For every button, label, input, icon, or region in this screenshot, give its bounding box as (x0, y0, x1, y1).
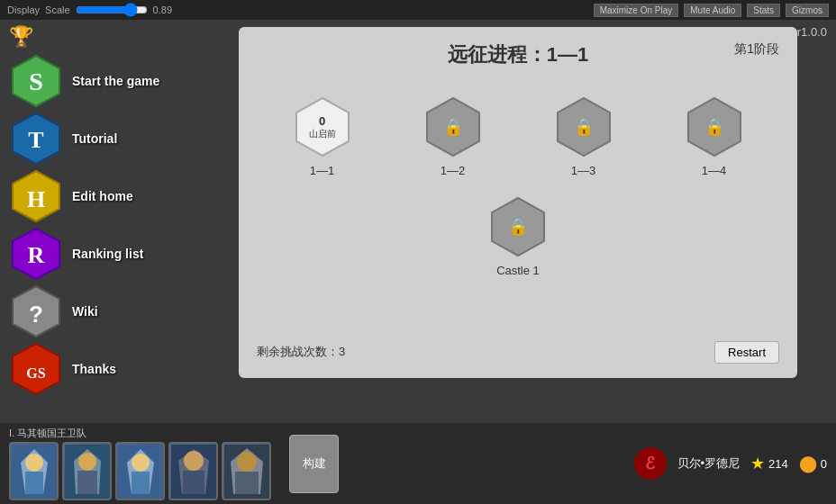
lock-icon-1-3: 🔒 (574, 117, 594, 137)
stats-btn[interactable]: Stats (747, 4, 780, 17)
thanks-hex-icon: GS (9, 342, 63, 396)
svg-text:?: ? (29, 301, 43, 328)
castle-label: Castle 1 (496, 264, 540, 277)
gizmos-btn[interactable]: Gizmos (786, 4, 829, 17)
scale-slider[interactable] (76, 1, 148, 19)
tutorial-label: Tutorial (72, 131, 117, 146)
restart-button[interactable]: Restart (714, 341, 779, 364)
levels-row: 0 山启前 1—1 🔒 1—2 (257, 95, 779, 177)
display-label: Display (7, 4, 40, 15)
coin-icon: ⬤ (799, 454, 817, 473)
svg-text:GS: GS (26, 365, 45, 381)
player-logo-icon: ℰ (634, 447, 667, 480)
stars-count: 214 (768, 457, 788, 471)
ranking-hex-icon: R (9, 227, 63, 281)
wiki-hex-icon: ? (9, 284, 63, 338)
level-node-1-2[interactable]: 🔒 1—2 (422, 95, 485, 177)
level-node-1-1[interactable]: 0 山启前 1—1 (291, 95, 354, 177)
level-1-2-label: 1—2 (441, 164, 465, 177)
start-hex-icon: S (9, 54, 63, 108)
panel-title: 远征进程：1—1 (257, 41, 779, 68)
scale-value: 0.89 (153, 4, 172, 15)
left-menu: S Start the game T Tutorial H Edit home (9, 54, 225, 396)
trophy-icon: 🏆 (9, 25, 36, 52)
wiki-label: Wiki (72, 304, 98, 319)
menu-item-edit-home[interactable]: H Edit home (9, 169, 225, 223)
tutorial-hex-icon: T (9, 112, 63, 166)
team-section: I. 马其顿国王卫队 (9, 427, 271, 500)
hero-card-2[interactable] (115, 442, 165, 500)
svg-rect-28 (132, 472, 150, 494)
lock-icon-1-4: 🔒 (704, 117, 724, 137)
svg-text:R: R (28, 242, 45, 268)
hero-1-art (64, 444, 110, 499)
svg-point-31 (184, 451, 204, 471)
svg-point-27 (132, 454, 150, 472)
svg-text:S: S (29, 68, 43, 95)
menu-item-thanks[interactable]: GS Thanks (9, 342, 225, 396)
hero-0-art (11, 444, 57, 499)
hero-4-art (223, 444, 269, 499)
bottom-bar: I. 马其顿国王卫队 (0, 423, 836, 504)
build-button[interactable]: 构建 (289, 435, 339, 493)
hero-2-art (117, 444, 163, 499)
player-info: ℰ 贝尔•罗德尼 ★ 214 ⬤ 0 (634, 447, 828, 480)
start-label: Start the game (72, 74, 159, 88)
edit-home-hex-icon: H (9, 169, 63, 223)
maximize-btn[interactable]: Maximize On Play (594, 4, 679, 17)
mute-btn[interactable]: Mute Audio (684, 4, 741, 17)
stars-currency: ★ 214 (750, 454, 788, 473)
level-1-1-score: 0 (319, 114, 325, 128)
hero-card-4[interactable] (222, 442, 271, 500)
castle-node[interactable]: 🔒 Castle 1 (486, 195, 550, 277)
castle-lock-icon: 🔒 (508, 217, 528, 237)
topbar-right: Maximize On Play Mute Audio Stats Gizmos (594, 4, 829, 17)
svg-rect-32 (183, 471, 204, 494)
level-1-4-label: 1—4 (702, 164, 726, 177)
thanks-label: Thanks (72, 362, 116, 376)
menu-item-wiki[interactable]: ? Wiki (9, 284, 225, 338)
svg-rect-20 (25, 472, 43, 494)
level-hex-1-2: 🔒 (422, 95, 485, 158)
level-hex-1-4: 🔒 (683, 95, 746, 158)
svg-point-35 (237, 452, 257, 472)
remaining-count: 3 (339, 345, 345, 358)
level-node-1-3[interactable]: 🔒 1—3 (552, 95, 615, 177)
svg-rect-24 (77, 471, 97, 494)
topbar-left: Display Scale 0.89 (7, 1, 172, 19)
coins-currency: ⬤ 0 (799, 454, 827, 473)
castle-row: 🔒 Castle 1 (257, 195, 779, 277)
menu-item-tutorial[interactable]: T Tutorial (9, 112, 225, 166)
menu-item-start[interactable]: S Start the game (9, 54, 225, 108)
team-label: I. 马其顿国王卫队 (9, 427, 271, 440)
level-1-1-label: 1—1 (310, 164, 334, 177)
hero-card-3[interactable] (168, 442, 218, 500)
player-name: 贝尔•罗德尼 (677, 455, 741, 472)
scale-label: Scale (45, 4, 70, 15)
remaining-text: 剩余挑战次数：3 (257, 344, 345, 360)
coins-count: 0 (821, 457, 827, 471)
team-cards (9, 442, 271, 500)
svg-text:H: H (27, 186, 45, 212)
svg-text:T: T (28, 127, 43, 153)
panel-stage: 第1阶段 (734, 41, 779, 58)
svg-point-19 (25, 454, 43, 472)
level-1-3-label: 1—3 (571, 164, 595, 177)
ranking-label: Ranking list (72, 247, 143, 261)
topbar: Display Scale 0.89 Maximize On Play Mute… (0, 0, 836, 20)
level-hex-1-1: 0 山启前 (291, 95, 354, 158)
svg-point-23 (78, 453, 96, 471)
level-hex-1-3: 🔒 (552, 95, 615, 158)
menu-item-ranking[interactable]: R Ranking list (9, 227, 225, 281)
level-node-1-4[interactable]: 🔒 1—4 (683, 95, 746, 177)
hero-card-1[interactable] (62, 442, 112, 500)
lock-icon-1-2: 🔒 (443, 117, 463, 137)
castle-hex: 🔒 (486, 195, 550, 258)
svg-rect-36 (235, 472, 259, 494)
edit-home-label: Edit home (72, 189, 133, 203)
main-panel: 远征进程：1—1 第1阶段 0 山启前 1—1 (239, 27, 797, 378)
star-icon: ★ (750, 454, 765, 473)
level-1-1-sub: 山启前 (309, 128, 336, 140)
hero-card-0[interactable] (9, 442, 59, 500)
hero-3-art (170, 444, 216, 499)
